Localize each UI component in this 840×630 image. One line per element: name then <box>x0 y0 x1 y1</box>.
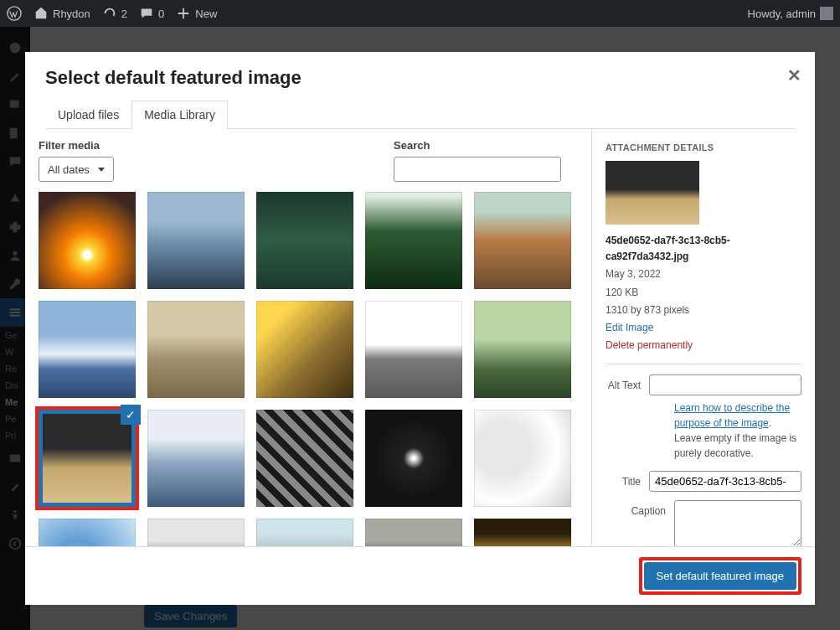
new-label: New <box>195 8 217 20</box>
filter-date-select[interactable]: All dates <box>39 157 114 182</box>
details-filename: 45de0652-da7f-3c13-8cb5-ca92f7da3432.jpg <box>606 233 801 265</box>
updates-link[interactable]: 2 <box>102 6 127 21</box>
account-link[interactable]: Howdy, admin <box>748 7 833 20</box>
media-thumb[interactable] <box>365 410 462 507</box>
caption-input[interactable] <box>674 500 801 546</box>
caption-label: Caption <box>606 500 666 517</box>
media-thumb[interactable] <box>256 301 353 398</box>
greeting: Howdy, admin <box>748 8 816 20</box>
filter-date-value: All dates <box>48 163 90 176</box>
details-thumbnail <box>606 161 699 225</box>
details-dimensions: 1310 by 873 pixels <box>606 302 801 318</box>
media-thumb[interactable] <box>365 301 462 398</box>
media-thumb[interactable] <box>474 519 571 546</box>
media-thumb[interactable] <box>474 301 571 398</box>
media-grid: ✓ <box>39 192 578 546</box>
delete-link[interactable]: Delete permanently <box>606 339 693 351</box>
search-label: Search <box>394 139 561 152</box>
media-thumb[interactable] <box>147 301 245 398</box>
title-label: Title <box>606 471 641 488</box>
details-size: 120 KB <box>606 285 801 301</box>
media-thumb[interactable] <box>256 519 353 546</box>
admin-bar: Rhydon 2 0 New Howdy, admin <box>0 0 840 27</box>
alt-text-input[interactable] <box>649 374 801 395</box>
media-thumb[interactable] <box>39 192 136 289</box>
close-icon[interactable]: ✕ <box>787 65 801 85</box>
media-thumb[interactable] <box>256 192 353 289</box>
comments-count: 0 <box>158 8 164 20</box>
alt-text-label: Alt Text <box>606 374 641 391</box>
media-thumb[interactable] <box>474 192 571 289</box>
alt-help-link[interactable]: Learn how to describe the purpose of the… <box>674 402 790 429</box>
comments-link[interactable]: 0 <box>139 6 164 21</box>
updates-count: 2 <box>121 8 127 20</box>
media-thumb[interactable] <box>147 519 245 546</box>
title-input[interactable] <box>649 471 801 492</box>
modal-footer: Set default featured image <box>25 546 815 605</box>
media-main: Filter media All dates Search <box>25 129 591 546</box>
modal-title: Select default featured image <box>45 67 795 89</box>
tab-upload[interactable]: Upload files <box>45 101 131 128</box>
media-thumb[interactable] <box>256 410 353 507</box>
media-thumb[interactable] <box>39 301 136 398</box>
details-date: May 3, 2022 <box>606 266 801 282</box>
wp-logo[interactable] <box>7 6 22 21</box>
check-icon: ✓ <box>121 405 141 425</box>
media-thumb[interactable] <box>147 410 245 507</box>
site-link[interactable]: Rhydon <box>33 6 90 21</box>
new-link[interactable]: New <box>176 6 217 21</box>
media-thumb[interactable] <box>474 410 571 507</box>
media-thumb[interactable] <box>147 192 245 289</box>
attachment-details: ATTACHMENT DETAILS 45de0652-da7f-3c13-8c… <box>591 129 815 546</box>
avatar <box>820 7 833 20</box>
tab-library[interactable]: Media Library <box>131 101 228 129</box>
site-name: Rhydon <box>53 8 90 20</box>
media-thumb-selected[interactable]: ✓ <box>39 410 136 507</box>
edit-image-link[interactable]: Edit Image <box>606 322 653 333</box>
media-thumb[interactable] <box>365 192 462 289</box>
modal-backdrop: ✕ Select default featured image Upload f… <box>0 27 840 630</box>
alt-help-text: Learn how to describe the purpose of the… <box>674 400 801 461</box>
tabs: Upload files Media Library <box>45 101 795 129</box>
svg-point-0 <box>8 7 21 20</box>
media-thumb[interactable] <box>39 519 136 546</box>
media-modal: ✕ Select default featured image Upload f… <box>25 52 815 605</box>
search-input[interactable] <box>394 157 561 182</box>
filter-media-label: Filter media <box>39 139 114 152</box>
media-thumb[interactable] <box>365 519 462 546</box>
set-featured-image-button[interactable]: Set default featured image <box>644 562 797 590</box>
details-heading: ATTACHMENT DETAILS <box>606 142 801 152</box>
